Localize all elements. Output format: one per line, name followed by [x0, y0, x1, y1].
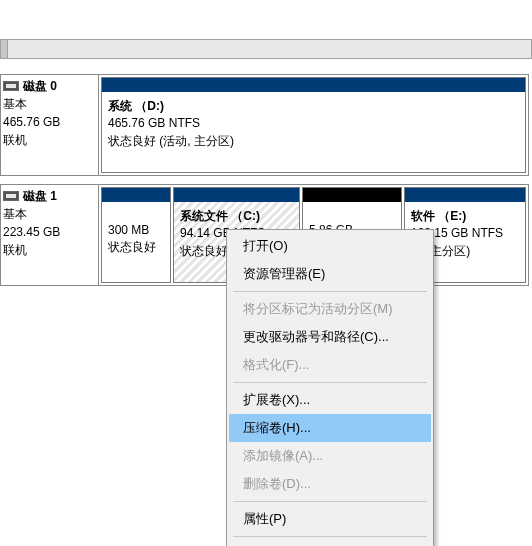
menu-format: 格式化(F)... [229, 351, 431, 379]
disk-name: 磁盘 1 [23, 187, 57, 205]
disk-size: 465.76 GB [3, 113, 94, 131]
volume-bar [174, 188, 299, 202]
menu-delete: 删除卷(D)... [229, 470, 431, 498]
header-handle [0, 39, 8, 59]
menu-separator [233, 291, 427, 292]
disk-status: 联机 [3, 131, 94, 149]
volume-size: 300 MB [108, 222, 164, 239]
disk-name: 磁盘 0 [23, 77, 57, 95]
menu-mark-active: 将分区标记为活动分区(M) [229, 295, 431, 323]
volume-d[interactable]: 系统 （D:) 465.76 GB NTFS 状态良好 (活动, 主分区) [101, 77, 526, 173]
menu-help[interactable]: 帮助(H) [229, 540, 431, 546]
menu-change-letter[interactable]: 更改驱动器号和路径(C)... [229, 323, 431, 351]
volume-recovery[interactable]: 300 MB 状态良好 [101, 187, 171, 283]
menu-properties[interactable]: 属性(P) [229, 505, 431, 533]
volume-status: 状态良好 (活动, 主分区) [108, 133, 519, 150]
menu-separator [233, 382, 427, 383]
volume-title: 软件 （E:) [411, 208, 519, 225]
volume-bar [102, 188, 170, 202]
disk0-volumes: 系统 （D:) 465.76 GB NTFS 状态良好 (活动, 主分区) [99, 75, 528, 175]
column-header-row [0, 39, 532, 59]
disk-type: 基本 [3, 205, 94, 223]
volume-status: 状态良好 [108, 239, 164, 256]
menu-explorer[interactable]: 资源管理器(E) [229, 260, 431, 288]
header-track [8, 39, 532, 59]
window-top-strip [0, 0, 532, 14]
volume-size: 465.76 GB NTFS [108, 115, 519, 132]
disk-row-0: 磁盘 0 基本 465.76 GB 联机 系统 （D:) 465.76 GB N… [0, 74, 529, 176]
disk-size: 223.45 GB [3, 223, 94, 241]
disk-icon [3, 191, 19, 201]
menu-open[interactable]: 打开(O) [229, 232, 431, 260]
menu-separator [233, 501, 427, 502]
volume-bar [102, 78, 525, 92]
volume-bar [303, 188, 401, 202]
disk-status: 联机 [3, 241, 94, 259]
disk-header-0[interactable]: 磁盘 0 基本 465.76 GB 联机 [1, 75, 99, 175]
context-menu: 打开(O) 资源管理器(E) 将分区标记为活动分区(M) 更改驱动器号和路径(C… [226, 229, 434, 546]
menu-shrink[interactable]: 压缩卷(H)... [229, 414, 431, 442]
menu-mirror: 添加镜像(A)... [229, 442, 431, 470]
disk-header-1[interactable]: 磁盘 1 基本 223.45 GB 联机 [1, 185, 99, 285]
disk-type: 基本 [3, 95, 94, 113]
volume-title: 系统文件 （C:) [180, 208, 293, 225]
volume-title: 系统 （D:) [108, 98, 519, 115]
menu-separator [233, 536, 427, 537]
disk-icon [3, 81, 19, 91]
menu-extend[interactable]: 扩展卷(X)... [229, 386, 431, 414]
volume-bar [405, 188, 525, 202]
